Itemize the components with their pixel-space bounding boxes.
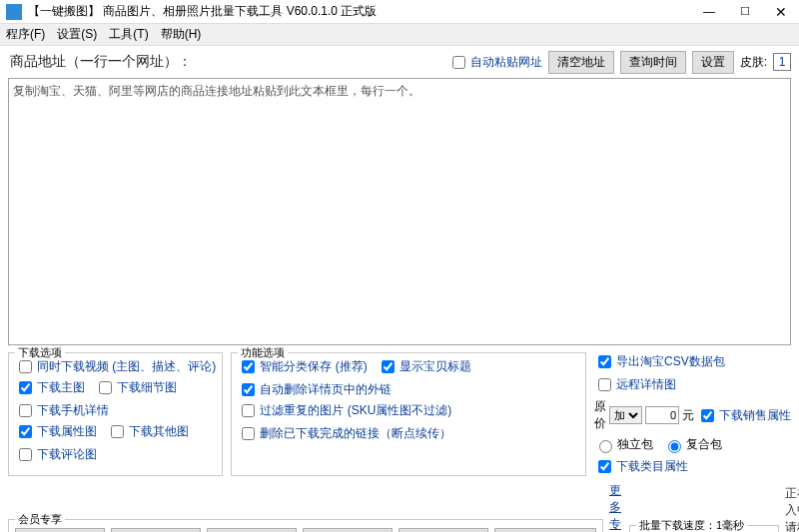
chk-filter-dup[interactable]: 过滤重复的图片 (SKU属性图不过滤) xyxy=(238,401,451,420)
chk-del-done[interactable]: 删除已下载完成的链接（断点续传） xyxy=(238,424,451,443)
chk-remote-detail[interactable]: 远程详情图 xyxy=(594,375,676,394)
query-time-button[interactable]: 查询时间 xyxy=(620,51,686,74)
chk-show-title[interactable]: 显示宝贝标题 xyxy=(378,357,471,376)
chk-cat-attr[interactable]: 下载类目属性 xyxy=(594,457,688,476)
chk-mobile-img[interactable]: 下载手机详情 xyxy=(15,401,109,420)
header-row: 商品地址（一行一个网址）： 自动粘贴网址 清空地址 查询时间 设置 皮肤: 1 xyxy=(0,46,799,76)
chk-detail-img[interactable]: 下载细节图 xyxy=(95,378,177,397)
btn-watermark[interactable]: 批量加水印设置 xyxy=(494,528,596,533)
btn-whole-page[interactable]: 整页宝贝下载 xyxy=(207,528,297,533)
close-button[interactable]: ✕ xyxy=(763,0,799,24)
chk-auto-del-ext[interactable]: 自动删除详情页中的外链 xyxy=(238,380,392,399)
menu-tools[interactable]: 工具(T) xyxy=(109,26,148,43)
speed-group: 批量下载速度：1毫秒 快 慢 xyxy=(629,525,779,532)
member-legend: 会员专享 xyxy=(15,512,65,527)
settings-button[interactable]: 设置 xyxy=(692,51,734,74)
menu-program[interactable]: 程序(F) xyxy=(6,26,45,43)
chk-export-csv[interactable]: 导出淘宝CSV数据包 xyxy=(594,352,725,371)
chk-attr-img[interactable]: 下载属性图 xyxy=(15,422,97,441)
chk-main-img[interactable]: 下载主图 xyxy=(15,378,85,397)
menu-help[interactable]: 帮助(H) xyxy=(161,26,202,43)
download-options-legend: 下载选项 xyxy=(15,345,65,360)
minimize-button[interactable]: — xyxy=(691,0,727,24)
more-features-link[interactable]: 更多专享功能>> xyxy=(609,482,623,532)
price-label: 原价 xyxy=(594,398,606,432)
right-options: 导出淘宝CSV数据包 远程详情图 原价 加 元 下载销售属性 独立包 复合包 下… xyxy=(594,352,791,476)
menu-settings[interactable]: 设置(S) xyxy=(57,26,97,43)
radio-single[interactable]: 独立包 xyxy=(594,436,653,453)
radio-multi[interactable]: 复合包 xyxy=(663,436,722,453)
address-label: 商品地址（一行一个网址）： xyxy=(10,53,442,71)
clear-address-button[interactable]: 清空地址 xyxy=(548,51,614,74)
title-bar: 【一键搬图】 商品图片、相册照片批量下载工具 V60.0.1.0 正式版 — ☐… xyxy=(0,0,799,24)
btn-youpai[interactable]: 又拍相册下图 xyxy=(399,528,488,533)
skin-selector[interactable]: 1 xyxy=(773,53,791,71)
chk-sale-attr[interactable]: 下载销售属性 xyxy=(697,406,791,425)
btn-whole-store[interactable]: 整店宝贝下载 xyxy=(15,528,105,533)
maximize-button[interactable]: ☐ xyxy=(727,0,763,24)
btn-category-dl[interactable]: 宝贝分类下载 xyxy=(111,528,201,533)
function-options-group: 功能选项 智能分类保存 (推荐) 显示宝贝标题 自动删除详情页中的外链 过滤重复… xyxy=(231,352,586,476)
app-icon xyxy=(6,4,22,20)
price-unit: 元 xyxy=(682,407,694,424)
auto-paste-checkbox[interactable]: 自动粘贴网址 xyxy=(448,53,542,72)
price-op-select[interactable]: 加 xyxy=(609,406,642,424)
menu-bar: 程序(F) 设置(S) 工具(T) 帮助(H) xyxy=(0,24,799,46)
price-value-input[interactable] xyxy=(645,406,679,424)
speed-legend: 批量下载速度：1毫秒 xyxy=(636,518,747,532)
chk-other-img[interactable]: 下载其他图 xyxy=(107,422,189,441)
window-title: 【一键搬图】 商品图片、相册照片批量下载工具 V60.0.1.0 正式版 xyxy=(26,3,691,20)
loading-status: 正在载入中，请稍等…… xyxy=(785,485,799,532)
btn-long-image[interactable]: 长图拼接切图 xyxy=(303,528,393,533)
function-options-legend: 功能选项 xyxy=(238,345,288,360)
skin-label: 皮肤: xyxy=(740,54,767,71)
download-options-group: 下载选项 同时下载视频 (主图、描述、评论) 下载主图 下载细节图 下载手机详情… xyxy=(8,352,223,476)
chk-comment-img[interactable]: 下载评论图 xyxy=(15,445,97,464)
member-group: 会员专享 整店宝贝下载 宝贝分类下载 整页宝贝下载 长图拼接切图 又拍相册下图 … xyxy=(8,519,603,533)
url-textarea[interactable]: 复制淘宝、天猫、阿里等网店的商品连接地址粘贴到此文本框里，每行一个。 xyxy=(8,78,791,345)
